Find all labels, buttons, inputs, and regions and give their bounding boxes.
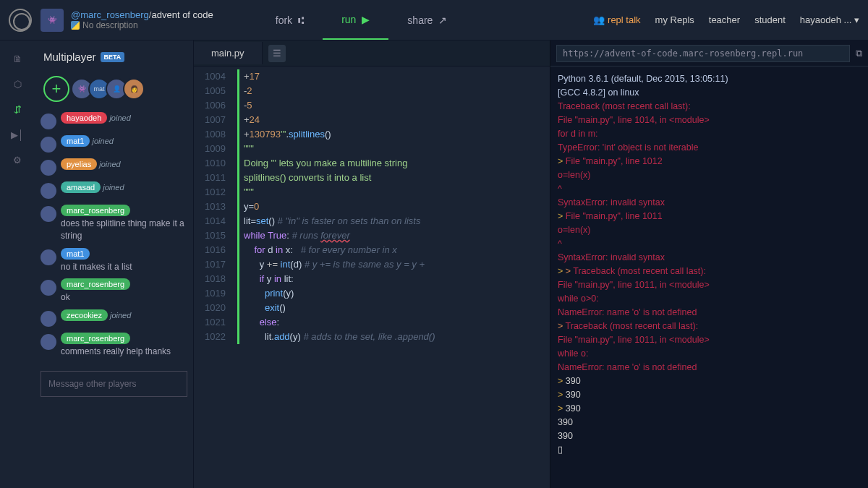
file-tab[interactable]: main.py bbox=[194, 42, 263, 64]
chat-log: hayaodeh joinedmat1 joinedpyelias joined… bbox=[41, 112, 187, 364]
popout-icon[interactable]: ⧉ bbox=[856, 48, 862, 59]
console-output[interactable]: Python 3.6.1 (default, Dec 2015, 13:05:1… bbox=[550, 67, 868, 463]
chat-message: marc_rosenbergcomments really help thank… bbox=[41, 333, 187, 358]
run-button[interactable]: run▶ bbox=[323, 1, 388, 40]
my-repls-link[interactable]: my Repls bbox=[655, 14, 694, 25]
console-line: 390 bbox=[558, 416, 861, 429]
console-line: > 390 bbox=[558, 388, 861, 402]
editor-tabs: main.py ☰ bbox=[194, 40, 550, 67]
code-line[interactable]: 1005-2 bbox=[194, 84, 550, 98]
console-line: o=len(x) bbox=[558, 223, 861, 237]
chat-message: hayaodeh joined bbox=[41, 112, 187, 129]
console-line: NameError: name 'o' is not defined bbox=[558, 361, 861, 374]
console-line: > 390 bbox=[558, 374, 861, 388]
tool-column: 🗎 ⬡ ⇵ ▶│ ⚙ bbox=[0, 40, 35, 488]
chat-message: marc_rosenbergdoes the splitline thing m… bbox=[41, 205, 187, 242]
code-line[interactable]: 1015while True: # runs forever bbox=[194, 228, 550, 243]
code-line[interactable]: 1019 print(y) bbox=[194, 286, 550, 301]
code-line[interactable]: 1020 exit() bbox=[194, 301, 550, 315]
python-icon bbox=[71, 21, 80, 30]
code-line[interactable]: 1018 if y in lit: bbox=[194, 272, 550, 286]
chat-message: marc_rosenbergok bbox=[41, 278, 187, 304]
console-line: File "main.py", line 1011, in <module> bbox=[558, 278, 861, 292]
project-avatar[interactable]: 👾 bbox=[41, 9, 64, 32]
multiplayer-icon[interactable]: ⇵ bbox=[14, 104, 22, 115]
account-dropdown[interactable]: hayaodeh ... ▾ bbox=[800, 14, 859, 25]
chat-message: amasad joined bbox=[41, 181, 187, 199]
fork-icon: ⑆ bbox=[298, 14, 304, 26]
output-pane: ⧉ Python 3.6.1 (default, Dec 2015, 13:05… bbox=[550, 40, 868, 488]
avatar-row: + 👾 mat 👤 👩 bbox=[41, 70, 187, 112]
console-line: NameError: name 'o' is not defined bbox=[558, 306, 861, 320]
replit-logo[interactable] bbox=[9, 9, 32, 32]
top-bar: 👾 @marc_rosenberg/advent of code No desc… bbox=[0, 0, 868, 40]
file-icon[interactable]: 🗎 bbox=[13, 53, 22, 64]
console-line: > File "main.py", line 1011 bbox=[558, 210, 861, 223]
people-icon: 👥 bbox=[593, 14, 605, 25]
chat-message: mat1no it makes it a list bbox=[41, 248, 187, 273]
play-icon: ▶ bbox=[362, 14, 370, 25]
beta-badge: BETA bbox=[101, 52, 125, 62]
nav-right: 👥repl talk my Repls teacher student haya… bbox=[593, 14, 859, 25]
code-line[interactable]: 1017 y += int(d) # y += is the same as y… bbox=[194, 257, 550, 272]
code-line[interactable]: 1011splitlines() converts it into a list bbox=[194, 171, 550, 185]
console-line: > > Traceback (most recent call last): bbox=[558, 265, 861, 278]
console-line: File "main.py", line 1011, in <module> bbox=[558, 333, 861, 347]
console-line: File "main.py", line 1014, in <module> bbox=[558, 114, 861, 127]
add-player-button[interactable]: + bbox=[43, 76, 69, 102]
top-actions: fork⑆ run▶ share↗ bbox=[257, 1, 467, 40]
console-line: SyntaxError: invalid syntax bbox=[558, 251, 861, 265]
code-line[interactable]: 1009""" bbox=[194, 142, 550, 156]
console-line: ^ bbox=[558, 237, 861, 251]
console-line: 390 bbox=[558, 429, 861, 443]
console-line: for d in m: bbox=[558, 127, 861, 141]
project-title[interactable]: @marc_rosenberg/advent of code No descri… bbox=[71, 9, 213, 30]
code-line[interactable]: 1008+130793'''.splitlines() bbox=[194, 127, 550, 142]
console-line: while o>0: bbox=[558, 292, 861, 306]
code-line[interactable]: 1006-5 bbox=[194, 98, 550, 113]
console-line: > 390 bbox=[558, 402, 861, 416]
fork-button[interactable]: fork⑆ bbox=[257, 1, 323, 40]
student-link[interactable]: student bbox=[754, 14, 786, 25]
editor-pane: main.py ☰ 1004+171005-21006-51007+241008… bbox=[194, 40, 550, 488]
repl-talk-link[interactable]: 👥repl talk bbox=[593, 14, 641, 25]
run-url-input[interactable] bbox=[556, 45, 850, 62]
code-line[interactable]: 1007+24 bbox=[194, 113, 550, 127]
code-line[interactable]: 1021 else: bbox=[194, 315, 550, 330]
multiplayer-sidebar: Multiplayer BETA + 👾 mat 👤 👩 hayaodeh jo… bbox=[35, 40, 194, 488]
player-avatar[interactable]: 👩 bbox=[123, 78, 145, 100]
chevron-down-icon: ▾ bbox=[854, 14, 859, 25]
teacher-link[interactable]: teacher bbox=[709, 14, 740, 25]
console-line: o=len(x) bbox=[558, 168, 861, 182]
console-line: [GCC 4.8.2] on linux bbox=[558, 86, 861, 100]
console-line: SyntaxError: invalid syntax bbox=[558, 196, 861, 210]
code-line[interactable]: 1013y=0 bbox=[194, 200, 550, 214]
console-line: ▯ bbox=[558, 443, 861, 457]
chat-message: mat1 joined bbox=[41, 135, 187, 153]
chat-message: pyelias joined bbox=[41, 158, 187, 176]
console-line: ^ bbox=[558, 182, 861, 196]
console-line: Python 3.6.1 (default, Dec 2015, 13:05:1… bbox=[558, 72, 861, 86]
code-line[interactable]: 1004+17 bbox=[194, 69, 550, 84]
settings-icon[interactable]: ⚙ bbox=[13, 155, 22, 166]
share-icon: ↗ bbox=[438, 14, 447, 26]
console-line: while o: bbox=[558, 347, 861, 361]
code-line[interactable]: 1016 for d in x: # for every number in x bbox=[194, 243, 550, 257]
code-area[interactable]: 1004+171005-21006-51007+241008+130793'''… bbox=[194, 67, 550, 347]
message-input[interactable]: Message other players bbox=[41, 371, 187, 397]
console-line: > Traceback (most recent call last): bbox=[558, 320, 861, 333]
share-button[interactable]: share↗ bbox=[388, 1, 466, 40]
code-line[interactable]: 1012""" bbox=[194, 185, 550, 200]
tab-menu-icon[interactable]: ☰ bbox=[268, 45, 286, 62]
package-icon[interactable]: ⬡ bbox=[14, 79, 22, 90]
code-line[interactable]: 1010Doing ''' lets you make a multiline … bbox=[194, 156, 550, 171]
console-line: TypeError: 'int' object is not iterable bbox=[558, 141, 861, 155]
debug-icon[interactable]: ▶│ bbox=[11, 129, 24, 140]
code-line[interactable]: 1014lit=set() # "in" is faster on sets t… bbox=[194, 214, 550, 228]
sidebar-title: Multiplayer bbox=[43, 51, 96, 63]
code-line[interactable]: 1022 lit.add(y) # adds to the set, like … bbox=[194, 330, 550, 344]
console-line: > File "main.py", line 1012 bbox=[558, 155, 861, 168]
console-line: Traceback (most recent call last): bbox=[558, 100, 861, 114]
chat-message: zecookiez joined bbox=[41, 309, 187, 327]
